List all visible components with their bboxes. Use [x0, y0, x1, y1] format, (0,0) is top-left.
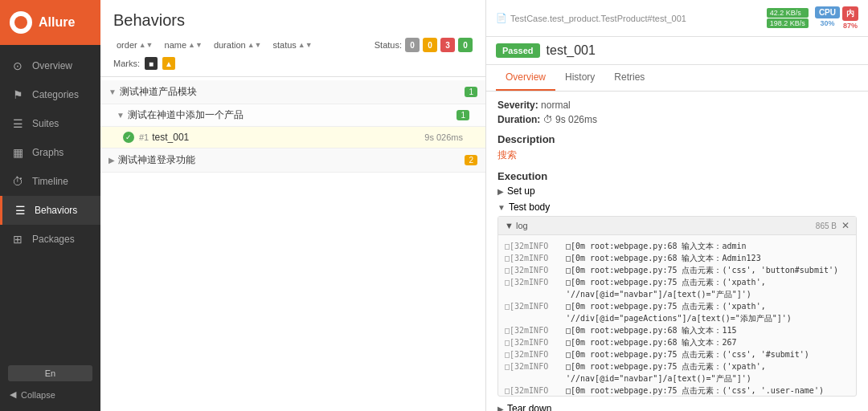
log-line: □[32mINFO□[0m root:webpage.py:68 输入文本：11… — [505, 324, 850, 336]
tab-history[interactable]: History — [555, 65, 604, 91]
duration-label: Duration: — [497, 114, 540, 125]
log-container: ▼ log 865 B ✕ □[32mINFO□[0m root:webpage… — [497, 216, 857, 397]
duration-sort-arrow: ▲▼ — [248, 41, 262, 49]
sidebar-item-label: Timeline — [32, 176, 68, 187]
sidebar-item-suites[interactable]: ☰ Suites — [0, 109, 100, 138]
sidebar-item-timeline[interactable]: ⏱ Timeline — [0, 167, 100, 196]
log-message: □[0m root:webpage.py:75 点击元素：('xpath', '… — [566, 276, 850, 300]
behaviors-header: Behaviors order ▲▼ name ▲▼ duration ▲▼ s… — [100, 0, 485, 77]
test-title-row: Passed test_001 — [486, 37, 868, 65]
log-header-right: 865 B ✕ — [816, 220, 850, 231]
subsection-name-0: 测试在神道中添加一个产品 — [128, 108, 457, 122]
sidebar-item-categories[interactable]: ⚑ Categories — [0, 80, 100, 109]
sidebar-item-behaviors[interactable]: ☰ Behaviors — [0, 196, 100, 225]
log-size: 865 B — [816, 222, 837, 230]
behaviors-icon: ☰ — [14, 204, 27, 217]
sidebar-item-label: Behaviors — [35, 205, 77, 216]
execution-section-title[interactable]: Execution — [497, 170, 857, 182]
sidebar-item-label: Suites — [32, 118, 59, 129]
sidebar-item-label: Overview — [32, 60, 72, 71]
testbody-arrow: ▼ — [497, 203, 506, 212]
app-name: Allure — [39, 15, 75, 30]
duration-icon: ⏱ — [543, 114, 555, 125]
mem-container: 内 87% — [842, 6, 858, 30]
duration-value: 9s 026ms — [555, 114, 597, 125]
log-level: □[32mINFO — [505, 264, 561, 276]
item-name: test_001 — [152, 132, 424, 143]
tabs-row: Overview History Retries — [486, 65, 868, 92]
log-message: □[0m root:webpage.py:75 点击元素：('css', 'bu… — [566, 264, 838, 276]
sidebar-item-label: Packages — [32, 234, 75, 245]
tree-section-header-1[interactable]: ▶ 测试神道登录功能 2 — [100, 149, 485, 173]
description-section-title[interactable]: Description — [497, 133, 857, 145]
sidebar-logo: Allure — [0, 0, 100, 45]
log-message: □[0m root:webpage.py:75 点击元素：('xpath', '… — [566, 360, 850, 385]
header-actions: 42.2 KB/s 198.2 KB/s CPU 30% 内 87% — [767, 6, 858, 30]
log-line: □[32mINFO□[0m root:webpage.py:75 点击元素：('… — [505, 300, 850, 324]
item-status-icon: ✓ — [123, 132, 134, 143]
status-sort-button[interactable]: status ▲▼ — [269, 39, 315, 51]
collapse-icon: ◀ — [10, 389, 16, 400]
log-level: □[32mINFO — [505, 385, 561, 396]
resource-badges: CPU 30% 内 87% — [815, 6, 858, 30]
status-group: Status: 0 0 3 0 — [375, 38, 473, 52]
log-level: □[32mINFO — [505, 360, 561, 385]
log-line: □[32mINFO□[0m root:webpage.py:68 输入文本：Ad… — [505, 252, 850, 264]
cpu-value: 30% — [820, 19, 834, 27]
network-badge: 42.2 KB/s 198.2 KB/s — [767, 8, 809, 28]
log-message: □[0m root:webpage.py:68 输入文本：115 — [566, 324, 737, 336]
severity-label: Severity: — [497, 100, 538, 111]
item-duration: 9s 026ms — [424, 132, 463, 142]
sidebar-item-packages[interactable]: ⊞ Packages — [0, 225, 100, 254]
log-level: □[32mINFO — [505, 240, 561, 252]
collapse-button[interactable]: ◀ Collapse — [8, 386, 92, 403]
mark-square-icon[interactable]: ■ — [145, 57, 158, 70]
name-sort-button[interactable]: name ▲▼ — [162, 39, 206, 51]
sidebar-footer: En ◀ Collapse — [0, 357, 100, 411]
log-close-icon[interactable]: ✕ — [841, 220, 850, 231]
section-expand-arrow-1: ▶ — [108, 156, 115, 165]
log-level: □[32mINFO — [505, 300, 561, 324]
language-button[interactable]: En — [8, 365, 92, 381]
subsection-expand-arrow: ▼ — [117, 111, 125, 120]
sidebar-item-graphs[interactable]: ▦ Graphs — [0, 138, 100, 167]
tree-subsection-header-0[interactable]: ▼ 测试在神道中添加一个产品 1 — [100, 104, 485, 127]
tree-subsection-0: ▼ 测试在神道中添加一个产品 1 ✓ #1 test_001 9s 026ms — [100, 104, 485, 149]
mark-triangle-icon[interactable]: ▲ — [162, 57, 175, 70]
section-badge-0: 1 — [465, 87, 477, 97]
cpu-container: CPU 30% — [815, 6, 840, 30]
sidebar-item-label: Graphs — [32, 147, 63, 158]
tree-section-1: ▶ 测试神道登录功能 2 — [100, 149, 485, 173]
log-header: ▼ log 865 B ✕ — [498, 217, 856, 235]
tab-retries[interactable]: Retries — [604, 65, 654, 91]
log-message: □[0m root:webpage.py:75 点击元素：('css', '.u… — [566, 385, 824, 396]
log-level: □[32mINFO — [505, 276, 561, 300]
tree-container: ▼ 测试神道产品模块 1 ▼ 测试在神道中添加一个产品 1 ✓ #1 test_… — [100, 77, 485, 411]
duration-sort-button[interactable]: duration ▲▼ — [211, 39, 265, 51]
net-down-value: 198.2 KB/s — [767, 18, 809, 28]
log-line: □[32mINFO□[0m root:webpage.py:75 点击元素：('… — [505, 360, 850, 385]
tree-item-0[interactable]: ✓ #1 test_001 9s 026ms — [100, 127, 485, 149]
teardown-section[interactable]: ▶ Tear down — [497, 403, 857, 411]
behaviors-toolbar: order ▲▼ name ▲▼ duration ▲▼ status ▲▼ S… — [113, 38, 473, 52]
sidebar-item-overview[interactable]: ⊙ Overview — [0, 51, 100, 80]
log-line: □[32mINFO□[0m root:webpage.py:75 点击元素：('… — [505, 348, 850, 360]
passed-badge: Passed — [496, 43, 540, 58]
status-badge-gray[interactable]: 0 — [405, 38, 420, 52]
behaviors-panel: Behaviors order ▲▼ name ▲▼ duration ▲▼ s… — [100, 0, 486, 411]
log-body: □[32mINFO□[0m root:webpage.py:68 输入文本：ad… — [498, 235, 856, 396]
order-sort-button[interactable]: order ▲▼ — [113, 39, 157, 51]
tab-overview[interactable]: Overview — [496, 65, 555, 91]
log-message: □[0m root:webpage.py:68 输入文本：Admin123 — [566, 252, 761, 264]
status-badge-green[interactable]: 0 — [458, 38, 473, 52]
status-badge-red[interactable]: 3 — [440, 38, 455, 52]
packages-icon: ⊞ — [11, 233, 24, 246]
tree-section-header-0[interactable]: ▼ 测试神道产品模块 1 — [100, 80, 485, 104]
suites-icon: ☰ — [11, 117, 24, 130]
log-expand-arrow: ▼ — [505, 221, 516, 230]
status-badge-orange[interactable]: 0 — [423, 38, 437, 52]
section-badge-1: 2 — [465, 155, 477, 165]
test-body-section[interactable]: ▼ Test body — [497, 201, 857, 213]
sidebar-item-label: Categories — [32, 89, 79, 100]
setup-section[interactable]: ▶ Set up — [497, 185, 857, 197]
